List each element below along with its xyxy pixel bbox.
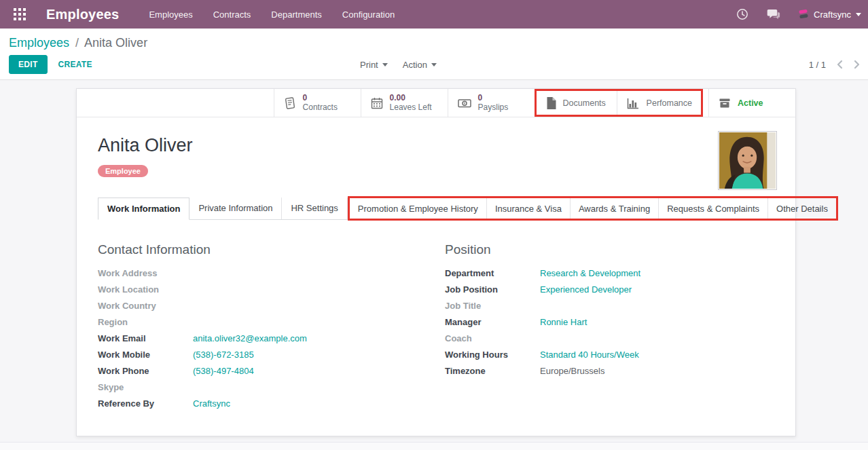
nav-item-employees[interactable]: Employees xyxy=(149,10,192,20)
activities-clock-icon[interactable] xyxy=(736,7,749,21)
breadcrumb-current: Anita Oliver xyxy=(84,36,147,50)
app-title[interactable]: Employees xyxy=(46,7,119,22)
field-work-email: Work Email anita.oliver32@example.com xyxy=(98,334,427,343)
stat-button-row: 0 Contracts 0.00 Leaves Left xyxy=(77,89,795,117)
tab-other-details[interactable]: Other Details xyxy=(768,198,836,219)
performance-stat-button[interactable]: Perfomance xyxy=(617,91,701,115)
field-reference-by: Reference By Craftsync xyxy=(98,399,427,409)
leaves-count: 0.00 xyxy=(390,94,432,102)
field-job-title: Job Title xyxy=(445,301,774,311)
field-label: Work Phone xyxy=(98,367,193,376)
archive-icon xyxy=(718,96,731,110)
calendar-icon xyxy=(370,96,384,110)
breadcrumb: Employees / Anita Oliver xyxy=(0,35,868,50)
field-label: Work Email xyxy=(98,334,193,343)
field-label: Work Location xyxy=(98,285,193,295)
file-icon xyxy=(545,96,557,110)
field-label: Region xyxy=(98,318,193,327)
field-skype: Skype xyxy=(98,383,427,392)
working-hours-link[interactable]: Standard 40 Hours/Week xyxy=(540,350,639,360)
tab-promotion-employee-history[interactable]: Promotion & Employee History xyxy=(350,198,487,219)
payslips-stat-button[interactable]: 0 Payslips xyxy=(448,89,535,117)
field-label: Timezone xyxy=(445,367,540,376)
manager-link[interactable]: Ronnie Hart xyxy=(540,318,587,327)
breadcrumb-parent[interactable]: Employees xyxy=(9,36,69,50)
leaves-label: Leaves Left xyxy=(390,102,432,112)
field-work-country: Work Country xyxy=(98,301,427,311)
contact-information-group: Contact Information Work Address Work Lo… xyxy=(98,242,427,415)
chevron-right-icon xyxy=(854,60,860,69)
active-toggle-button[interactable]: Active xyxy=(708,89,795,117)
tab-awards-training[interactable]: Awards & Training xyxy=(571,198,659,219)
user-name: Craftsync xyxy=(814,10,851,20)
field-work-location: Work Location xyxy=(98,285,427,295)
field-label: Department xyxy=(445,269,540,278)
tab-requests-complaints[interactable]: Requests & Complaints xyxy=(659,198,768,219)
contracts-stat-button[interactable]: 0 Contracts xyxy=(274,89,361,117)
action-dropdown[interactable]: Action xyxy=(403,60,437,70)
nav-item-contracts[interactable]: Contracts xyxy=(213,10,251,20)
field-label: Reference By xyxy=(98,399,193,409)
field-work-phone: Work Phone (538)-497-4804 xyxy=(98,367,427,376)
field-label: Work Mobile xyxy=(98,350,193,360)
tab-insurance-visa[interactable]: Insurance & Visa xyxy=(487,198,571,219)
apps-menu-icon[interactable] xyxy=(10,4,30,24)
field-label: Work Country xyxy=(98,301,193,311)
work-information-page: Contact Information Work Address Work Lo… xyxy=(98,220,774,436)
user-menu[interactable]: Craftsync xyxy=(798,9,861,20)
reference-by-link[interactable]: Craftsync xyxy=(193,399,230,409)
field-job-position: Job Position Experienced Developer xyxy=(445,285,774,295)
group-title-position: Position xyxy=(445,242,774,257)
field-label: Coach xyxy=(445,334,540,343)
work-phone-link[interactable]: (538)-497-4804 xyxy=(193,367,254,376)
pager-value[interactable]: 1 / 1 xyxy=(809,60,826,70)
field-label: Job Title xyxy=(445,301,540,311)
timezone-value: Europe/Brussels xyxy=(540,367,604,376)
employee-name: Anita Oliver xyxy=(98,135,774,156)
work-mobile-link[interactable]: (538)-672-3185 xyxy=(193,350,254,360)
window-footer-strip xyxy=(0,442,868,450)
documents-stat-button[interactable]: Documents xyxy=(537,91,617,115)
job-position-link[interactable]: Experienced Developer xyxy=(540,285,632,295)
field-region: Region xyxy=(98,318,427,327)
book-icon xyxy=(283,96,297,110)
employee-photo xyxy=(718,131,777,190)
documents-label: Documents xyxy=(563,98,606,108)
messages-chat-icon[interactable] xyxy=(767,7,780,21)
chevron-down-icon xyxy=(856,13,861,16)
employee-form-sheet: 0 Contracts 0.00 Leaves Left xyxy=(76,88,796,436)
field-label: Job Position xyxy=(445,285,540,295)
banknote-icon xyxy=(457,96,472,110)
nav-item-configuration[interactable]: Configuration xyxy=(342,10,395,20)
print-dropdown[interactable]: Print xyxy=(360,60,388,70)
pager-previous-button[interactable] xyxy=(837,60,843,69)
create-button[interactable]: CREATE xyxy=(58,60,92,69)
print-label: Print xyxy=(360,60,378,70)
field-manager: Manager Ronnie Hart xyxy=(445,318,774,327)
control-panel: Employees / Anita Oliver EDIT CREATE Pri… xyxy=(0,29,868,80)
group-title-contact: Contact Information xyxy=(98,242,427,257)
tab-work-information[interactable]: Work Information xyxy=(98,198,189,220)
top-navbar: Employees Employees Contracts Department… xyxy=(0,0,868,29)
contracts-count: 0 xyxy=(303,94,338,102)
breadcrumb-separator: / xyxy=(75,36,79,50)
payslips-count: 0 xyxy=(478,94,509,102)
tab-private-information[interactable]: Private Information xyxy=(189,198,282,219)
annotation-box-tabs: Promotion & Employee History Insurance &… xyxy=(348,196,838,221)
field-working-hours: Working Hours Standard 40 Hours/Week xyxy=(445,350,774,360)
company-logo-icon xyxy=(798,9,809,20)
annotation-box-stat-buttons: Documents Perfomance xyxy=(535,89,703,117)
chevron-down-icon xyxy=(382,63,388,67)
edit-button[interactable]: EDIT xyxy=(9,55,48,74)
field-work-mobile: Work Mobile (538)-672-3185 xyxy=(98,350,427,360)
department-link[interactable]: Research & Development xyxy=(540,269,640,278)
tab-hr-settings[interactable]: HR Settings xyxy=(282,198,347,219)
work-email-link[interactable]: anita.oliver32@example.com xyxy=(193,334,307,343)
pager-next-button[interactable] xyxy=(854,60,860,69)
nav-item-departments[interactable]: Departments xyxy=(271,10,321,20)
leaves-stat-button[interactable]: 0.00 Leaves Left xyxy=(361,89,448,117)
field-department: Department Research & Development xyxy=(445,269,774,278)
bar-chart-icon xyxy=(626,96,640,110)
field-coach: Coach xyxy=(445,334,774,343)
field-label: Work Address xyxy=(98,269,193,278)
